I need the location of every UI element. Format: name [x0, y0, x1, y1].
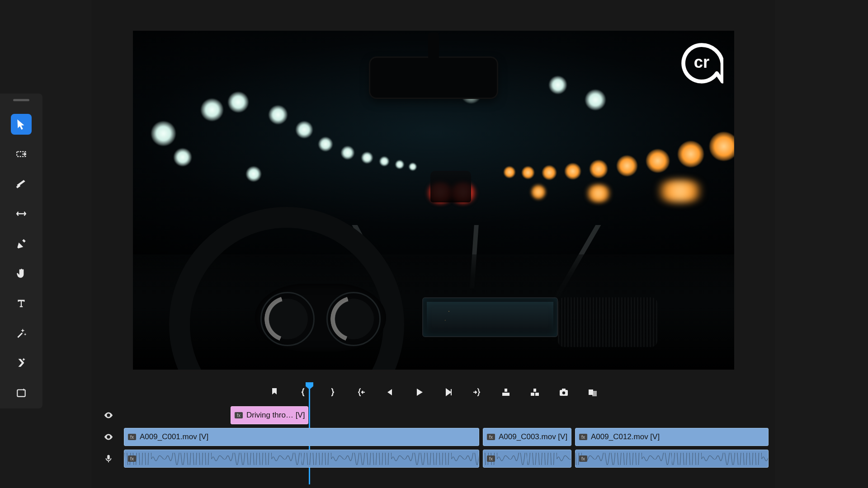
track-lane[interactable]: fx A009_C001.mov [V] fx A009_C003.mov [V… — [124, 427, 775, 447]
video-preview: cr — [133, 31, 734, 370]
razor-icon — [15, 178, 27, 190]
svg-rect-2 — [17, 390, 25, 397]
clip-audio[interactable]: fx — [575, 450, 769, 468]
track-lane[interactable]: fx fx fx — [124, 448, 775, 469]
extract-icon — [529, 387, 540, 398]
svg-rect-10 — [562, 389, 566, 390]
fx-badge: fx — [579, 455, 587, 462]
track-visibility-toggle[interactable] — [98, 410, 119, 420]
fx-badge: fx — [487, 434, 495, 440]
pen-tool[interactable] — [11, 233, 32, 254]
car-dashboard — [133, 254, 734, 370]
compare-icon — [587, 387, 598, 398]
step-forward-icon — [443, 387, 453, 398]
rearview-mirror — [370, 58, 497, 98]
step-forward-button[interactable] — [441, 385, 455, 399]
clip-label: Driving thro… [V] — [246, 411, 305, 420]
go-to-out-button[interactable] — [470, 385, 484, 399]
mic-icon — [104, 454, 113, 464]
slip-tool[interactable] — [11, 203, 32, 224]
ripple-edit-tool[interactable] — [11, 144, 32, 164]
magic-tool[interactable] — [11, 323, 32, 343]
play-icon — [414, 387, 425, 398]
svg-rect-5 — [505, 389, 507, 392]
selection-tool[interactable] — [11, 114, 32, 135]
type-tool[interactable] — [11, 293, 32, 314]
ripple-icon — [15, 148, 27, 160]
toolbar-drag-handle[interactable] — [13, 99, 29, 101]
track-mic-toggle[interactable] — [98, 454, 119, 464]
svg-rect-13 — [592, 391, 597, 396]
step-back-icon — [385, 387, 396, 398]
lift-icon — [500, 387, 511, 398]
clip-label: A009_C003.mov [V] — [499, 432, 567, 441]
camera-icon — [558, 387, 569, 398]
type-icon — [15, 297, 27, 309]
clip-graphics[interactable]: fx Driving thro… [V] — [231, 406, 308, 424]
mark-out-button[interactable] — [326, 385, 339, 399]
timeline[interactable]: fx Driving thro… [V] fx A009_C001.mov [V… — [98, 405, 775, 470]
track-video-1: fx A009_C001.mov [V] fx A009_C003.mov [V… — [98, 427, 775, 447]
remix-tool[interactable] — [11, 352, 32, 373]
hand-icon — [15, 267, 27, 279]
program-monitor[interactable]: cr — [133, 31, 734, 370]
fx-badge: fx — [235, 412, 243, 418]
fx-badge: fx — [128, 434, 136, 440]
export-frame-button[interactable] — [557, 385, 571, 399]
transport-controls — [133, 380, 734, 404]
clip-video[interactable]: fx A009_C001.mov [V] — [124, 428, 479, 446]
brace-left-icon — [298, 387, 309, 398]
svg-point-11 — [562, 391, 565, 394]
svg-rect-14 — [107, 455, 110, 460]
brace-right-icon — [327, 387, 338, 398]
editor-main: cr fx Driving thro… [V] — [91, 0, 775, 488]
insert-button[interactable] — [586, 385, 599, 399]
eye-icon — [104, 432, 113, 442]
track-lane[interactable]: fx Driving thro… [V] — [124, 405, 775, 426]
svg-rect-7 — [535, 393, 539, 396]
wand-icon — [15, 327, 27, 339]
add-marker-button[interactable] — [268, 385, 281, 399]
clip-video[interactable]: fx A009_C003.mov [V] — [483, 428, 571, 446]
hand-tool[interactable] — [11, 263, 32, 284]
pen-icon — [15, 238, 27, 249]
slip-icon — [15, 208, 27, 220]
play-button[interactable] — [412, 385, 426, 399]
fx-badge: fx — [128, 455, 136, 462]
clip-audio[interactable]: fx — [483, 450, 571, 468]
step-back-button[interactable] — [383, 385, 397, 399]
marker-icon — [269, 387, 280, 398]
svg-rect-8 — [533, 389, 536, 392]
track-visibility-toggle[interactable] — [98, 432, 119, 442]
fx-badge: fx — [579, 434, 587, 440]
brand-logo-icon: cr — [680, 42, 723, 85]
clip-label: A009_C012.mov [V] — [591, 432, 660, 441]
clip-label: A009_C001.mov [V] — [140, 432, 208, 441]
eye-icon — [104, 410, 113, 420]
razor-tool[interactable] — [11, 174, 32, 194]
tool-palette — [0, 94, 42, 408]
cursor-icon — [15, 118, 27, 130]
svg-text:cr: cr — [694, 53, 709, 71]
clip-audio[interactable]: fx — [124, 450, 479, 468]
sparkle-frame-icon — [15, 387, 27, 399]
track-graphics: fx Driving thro… [V] — [98, 405, 775, 426]
go-out-icon — [472, 387, 482, 398]
clip-video[interactable]: fx A009_C012.mov [V] — [575, 428, 769, 446]
fx-badge: fx — [487, 455, 495, 462]
go-to-in-button[interactable] — [354, 385, 368, 399]
extract-button[interactable] — [528, 385, 542, 399]
svg-rect-6 — [531, 393, 534, 396]
lift-button[interactable] — [499, 385, 513, 399]
generate-tool[interactable] — [11, 382, 32, 403]
remix-icon — [15, 357, 27, 369]
svg-rect-4 — [502, 393, 509, 396]
track-audio-1: fx fx fx — [98, 448, 775, 469]
go-in-icon — [356, 387, 367, 398]
